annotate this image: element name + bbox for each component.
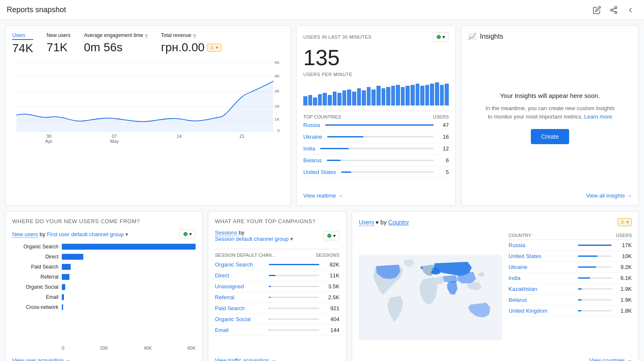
campaigns-card: WHAT ARE YOUR TOP CAMPAIGNS? Sessions by… bbox=[208, 211, 347, 361]
h-bar-row: Organic Search bbox=[12, 244, 196, 250]
acquisition-axis: 020K40K60K bbox=[62, 345, 196, 350]
by-geo-label: ▾ by bbox=[376, 219, 388, 226]
campaign-name[interactable]: Referral bbox=[215, 294, 265, 300]
geo-country-name[interactable]: Russia bbox=[509, 242, 575, 248]
campaign-row: Referral 2.5K bbox=[215, 292, 339, 303]
users-col-label: USERS bbox=[433, 114, 449, 119]
country-name[interactable]: India bbox=[303, 145, 315, 152]
learn-more-link[interactable]: Learn more bbox=[584, 113, 612, 120]
bar-mini bbox=[323, 93, 327, 105]
acquisition-section-title: WHERE DO YOUR NEW USERS COME FROM? bbox=[12, 218, 196, 224]
campaign-bar-container bbox=[269, 297, 319, 298]
country-row: Belarus 6 bbox=[303, 155, 449, 166]
axis-label: 0 bbox=[62, 345, 64, 350]
ct-bar-container bbox=[578, 245, 612, 246]
warning-geo-icon: ⚠ bbox=[620, 219, 625, 225]
avg-engagement-value: 0m 56s bbox=[84, 41, 148, 54]
country-count: 16 bbox=[439, 134, 449, 140]
campaign-bar bbox=[269, 297, 270, 298]
users-value: 74K bbox=[12, 42, 33, 55]
insights-heading: Your Insights will appear here soon. bbox=[500, 92, 600, 99]
help-icon-revenue[interactable]: ? bbox=[193, 34, 196, 40]
channel-label: Paid Search bbox=[12, 264, 58, 270]
insights-icon: 📈 bbox=[468, 32, 477, 40]
users-geo-filter[interactable]: Users bbox=[359, 219, 374, 226]
create-button[interactable]: Create bbox=[531, 129, 569, 144]
country-bar bbox=[325, 124, 434, 126]
geo-country-row: Kazakhstan 1.9K bbox=[509, 284, 632, 295]
campaign-bar-container bbox=[269, 264, 319, 265]
bar-mini bbox=[386, 87, 390, 105]
campaign-name[interactable]: Paid Search bbox=[215, 305, 265, 311]
country-filter[interactable]: Country bbox=[388, 219, 409, 226]
dropdown-arrow-realtime: ▾ bbox=[443, 34, 445, 40]
h-bar bbox=[62, 244, 196, 250]
country-name[interactable]: Belarus bbox=[303, 157, 322, 163]
geo-country-name[interactable]: Kazakhstan bbox=[509, 286, 575, 292]
campaign-name[interactable]: Unassigned bbox=[215, 283, 265, 290]
col-channel-label: SESSION DEFAULT CHAN... bbox=[215, 253, 276, 258]
campaign-name[interactable]: Organic Social bbox=[215, 316, 265, 322]
channel-filter[interactable]: First user default channel group bbox=[47, 231, 124, 237]
view-countries-link[interactable]: View countries → bbox=[509, 357, 632, 361]
realtime-status-button[interactable]: ▾ bbox=[433, 32, 449, 42]
campaign-bar-container bbox=[269, 319, 319, 320]
campaign-bar bbox=[269, 264, 319, 265]
ct-bar bbox=[578, 245, 612, 246]
help-icon-engagement[interactable]: ? bbox=[145, 34, 148, 40]
view-all-insights-link[interactable]: View all insights → bbox=[468, 192, 632, 199]
more-button[interactable] bbox=[624, 3, 637, 17]
new-users-filter[interactable]: New users bbox=[12, 231, 38, 238]
bar-mini bbox=[357, 88, 361, 105]
sessions-filter[interactable]: Sessions bbox=[215, 229, 237, 236]
geo-warning-badge[interactable]: ⚠ ▾ bbox=[617, 218, 632, 226]
share-button[interactable] bbox=[607, 3, 620, 17]
svg-text:1K: 1K bbox=[275, 117, 280, 121]
campaign-row: Direct 11K bbox=[215, 270, 339, 281]
campaign-name[interactable]: Organic Search bbox=[215, 261, 265, 268]
geo-country-row: United States 10K bbox=[509, 251, 632, 262]
campaign-name[interactable]: Direct bbox=[215, 272, 265, 279]
page-title: Reports snapshot bbox=[7, 5, 66, 14]
campaigns-status-button[interactable]: ▾ bbox=[323, 231, 339, 240]
new-users-metric: New users 71K bbox=[47, 32, 71, 54]
realtime-section-label: USERS IN LAST 30 MINUTES bbox=[303, 34, 371, 40]
country-name[interactable]: Russia bbox=[303, 122, 320, 128]
acquisition-status-button[interactable]: ▾ bbox=[180, 229, 196, 239]
country-bar bbox=[341, 171, 351, 173]
bar-mini bbox=[420, 86, 424, 105]
geo-country-name[interactable]: India bbox=[509, 275, 575, 281]
campaign-bar bbox=[269, 319, 269, 320]
geo-country-name[interactable]: United States bbox=[509, 253, 575, 259]
view-realtime-link[interactable]: View realtime → bbox=[303, 192, 449, 199]
campaign-value: 404 bbox=[323, 316, 339, 322]
edit-button[interactable] bbox=[590, 3, 604, 17]
country-name[interactable]: Ukraine bbox=[303, 134, 322, 140]
view-campaigns-link[interactable]: View traffic acquisition → bbox=[215, 357, 339, 361]
country-count: 47 bbox=[439, 122, 449, 128]
geo-country-name[interactable]: United Kingdom bbox=[509, 308, 575, 314]
bar-mini bbox=[367, 87, 371, 105]
country-bar-container bbox=[325, 124, 434, 126]
bar-mini bbox=[376, 86, 381, 105]
country-row: Russia 47 bbox=[303, 119, 449, 131]
channel-label: Email bbox=[12, 294, 58, 300]
country-bar-container bbox=[341, 171, 434, 173]
channel-label: Organic Social bbox=[12, 284, 58, 290]
view-acquisition-link[interactable]: View user acquisition → bbox=[12, 357, 196, 361]
country-list: Russia 47 Ukraine 16 India 12 Belarus 6 … bbox=[303, 119, 449, 178]
warning-badge[interactable]: ⚠ ▾ bbox=[207, 44, 221, 52]
svg-text:5K: 5K bbox=[275, 61, 280, 65]
geo-country-name[interactable]: Ukraine bbox=[509, 264, 575, 270]
campaign-name[interactable]: Email bbox=[215, 327, 265, 333]
green-dot-acq-icon bbox=[183, 232, 188, 236]
world-map-container bbox=[359, 231, 502, 361]
country-name[interactable]: United States bbox=[303, 169, 336, 175]
svg-point-0 bbox=[615, 6, 617, 8]
geo-country-name[interactable]: Belarus bbox=[509, 297, 575, 303]
per-minute-label: USERS PER MINUTE bbox=[303, 72, 449, 77]
ct-bar bbox=[578, 256, 598, 257]
channel-filter2[interactable]: Session default channel group bbox=[215, 236, 289, 242]
svg-line-3 bbox=[612, 11, 615, 12]
campaign-value: 144 bbox=[323, 327, 339, 333]
